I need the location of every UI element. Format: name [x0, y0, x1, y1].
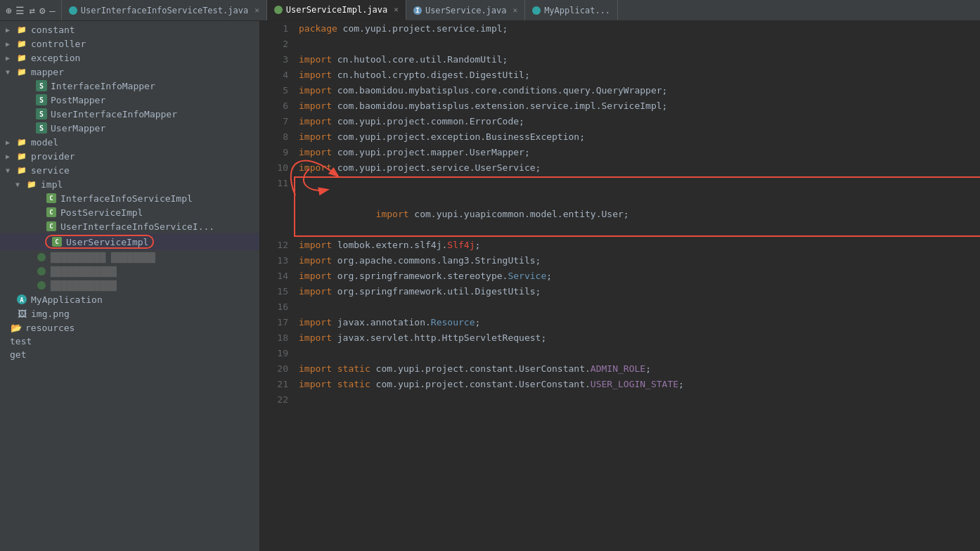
code-line-7: 7 import com.yupi.project.common.ErrorCo…: [260, 114, 980, 129]
item-label: get: [10, 349, 26, 360]
sidebar-item-provider[interactable]: ▶ 📁 provider: [0, 149, 259, 163]
line-content[interactable]: import com.baomidou.mybatisplus.extensio…: [295, 98, 980, 114]
line-number: 3: [260, 52, 295, 67]
line-number: 4: [260, 67, 295, 83]
sidebar-item-UserInterfaceInfoMapper[interactable]: S UserInterfaceInfoMapper: [0, 107, 259, 121]
settings-icon[interactable]: ⚙: [39, 5, 45, 16]
line-number: 17: [260, 315, 295, 330]
line-content[interactable]: import com.yupi.project.common.ErrorCode…: [295, 114, 980, 129]
line-number: 19: [260, 346, 295, 361]
item-label: UserServiceImpl: [66, 237, 148, 247]
sidebar-item-controller[interactable]: ▶ 📁 controller: [0, 37, 259, 51]
code-line-2: 2: [260, 37, 980, 52]
sidebar-item-UserInterfaceInfoServiceI[interactable]: C UserInterfaceInfoServiceI...: [0, 219, 259, 233]
code-line-3: 3 import cn.hutool.core.util.RandomUtil;: [260, 52, 980, 67]
tab-test-close[interactable]: ✕: [254, 6, 259, 15]
class-c-icon: C: [45, 207, 58, 218]
code-line-19: 19: [260, 346, 980, 361]
sidebar-item-InterfaceInfoServiceImpl[interactable]: C InterfaceInfoServiceImpl: [0, 191, 259, 205]
tab-service-close[interactable]: ✕: [513, 6, 518, 15]
list-icon[interactable]: ☰: [15, 5, 25, 16]
sidebar-item-constant[interactable]: ▶ 📁 constant: [0, 22, 259, 37]
tab-service[interactable]: I UserService.java ✕: [406, 0, 525, 20]
code-line-16: 16: [260, 299, 980, 315]
img-icon: 🖼: [15, 308, 28, 319]
green-dot-icon: [35, 266, 48, 277]
line-content[interactable]: import javax.servlet.http.HttpServletReq…: [295, 330, 980, 346]
code-line-8: 8 import com.yupi.project.exception.Busi…: [260, 129, 980, 145]
line-number: 14: [260, 268, 295, 284]
line-content[interactable]: import org.springframework.stereotype.Se…: [295, 268, 980, 284]
tabs: UserInterfaceInfoServiceTest.java ✕ User…: [62, 0, 980, 20]
tab-app[interactable]: MyApplicat...: [525, 0, 618, 20]
sidebar-item-exception[interactable]: ▶ 📁 exception: [0, 51, 259, 65]
split-icon[interactable]: ⇄: [29, 5, 34, 16]
tab-impl[interactable]: UserServiceImpl.java ✕: [267, 0, 406, 20]
line-content[interactable]: [295, 37, 980, 52]
tab-test-label: UserInterfaceInfoServiceTest.java: [81, 6, 248, 15]
sidebar-item-resources[interactable]: 📂 resources: [0, 320, 259, 335]
expand-icon[interactable]: ⊕: [6, 5, 11, 16]
sidebar-item-service[interactable]: ▼ 📁 service: [0, 163, 259, 177]
item-label: UserInterfaceInfoMapper: [51, 109, 177, 119]
toolbar-icons: ⊕ ☰ ⇄ ⚙ —: [0, 0, 62, 20]
sidebar-item-PostServiceImpl[interactable]: C PostServiceImpl: [0, 205, 259, 219]
line-content[interactable]: import cn.hutool.core.util.RandomUtil;: [295, 52, 980, 67]
line-content[interactable]: import lombok.extern.slf4j.Slf4j;: [295, 238, 980, 253]
code-editor[interactable]: 1 package com.yupi.project.service.impl;…: [260, 21, 980, 551]
line-number: 21: [260, 377, 295, 392]
class-icon: S: [35, 80, 48, 91]
resources-icon: 📂: [10, 322, 22, 333]
code-line-5: 5 import com.baomidou.mybatisplus.core.c…: [260, 83, 980, 98]
tab-impl-close[interactable]: ✕: [394, 5, 399, 14]
line-number: 16: [260, 299, 295, 315]
sidebar-item-img[interactable]: 🖼 img.png: [0, 306, 259, 320]
sidebar-item-impl[interactable]: ▼ 📁 impl: [0, 177, 259, 191]
item-label: controller: [31, 39, 86, 49]
item-label: InterfaceInfoServiceImpl: [60, 193, 193, 204]
sidebar-item-InterfaceInfoMapper[interactable]: S InterfaceInfoMapper: [0, 79, 259, 93]
item-label: UserInterfaceInfoServiceI...: [60, 221, 214, 232]
sidebar-item-mapper[interactable]: ▼ 📁 mapper: [0, 65, 259, 79]
line-content[interactable]: import static com.yupi.project.constant.…: [295, 361, 980, 377]
sidebar-item-model[interactable]: ▶ 📁 model: [0, 135, 259, 149]
sidebar-item-UserMapper[interactable]: S UserMapper: [0, 121, 259, 135]
item-label: InterfaceInfoMapper: [51, 81, 155, 91]
line-content[interactable]: import org.springframework.util.DigestUt…: [295, 284, 980, 299]
class-icon: S: [35, 122, 48, 134]
class-c-icon: C: [45, 193, 58, 204]
green-dot-icon: [35, 252, 48, 263]
item-label: ██████████ ████████: [51, 252, 155, 263]
code-line-11: 11 import com.yupi.yuapicommon.model.ent…: [260, 176, 980, 238]
tab-test[interactable]: UserInterfaceInfoServiceTest.java ✕: [62, 0, 267, 20]
line-content[interactable]: import com.yupi.project.mapper.UserMappe…: [295, 145, 980, 160]
item-label: resources: [25, 323, 75, 333]
line-content[interactable]: import com.baomidou.mybatisplus.core.con…: [295, 83, 980, 98]
line-content[interactable]: [295, 392, 980, 408]
line-content[interactable]: [295, 299, 980, 315]
sidebar-item-MyApplication[interactable]: A MyApplication: [0, 292, 259, 306]
line-content[interactable]: import static com.yupi.project.constant.…: [295, 377, 980, 392]
code-line-20: 20 import static com.yupi.project.consta…: [260, 361, 980, 377]
minimize-icon[interactable]: —: [49, 5, 55, 16]
sidebar-item-service3[interactable]: ████████████: [0, 278, 259, 292]
line-number: 1: [260, 21, 295, 37]
line-content[interactable]: import org.apache.commons.lang3.StringUt…: [295, 253, 980, 268]
line-content[interactable]: import com.yupi.project.service.UserServ…: [295, 160, 980, 176]
line-content[interactable]: import com.yupi.yuapicommon.model.entity…: [295, 176, 980, 238]
line-content[interactable]: import javax.annotation.Resource;: [295, 315, 980, 330]
line-content[interactable]: [295, 346, 980, 361]
sidebar-item-UserServiceImpl[interactable]: C UserServiceImpl: [0, 233, 259, 250]
item-label: model: [31, 137, 58, 148]
sidebar-item-target[interactable]: get: [0, 348, 259, 361]
item-label: mapper: [31, 67, 64, 77]
item-label: impl: [41, 179, 63, 190]
line-number: 20: [260, 361, 295, 377]
line-content[interactable]: import cn.hutool.crypto.digest.DigestUti…: [295, 67, 980, 83]
sidebar-item-PostMapper[interactable]: S PostMapper: [0, 93, 259, 107]
sidebar-item-service2[interactable]: ████████████: [0, 264, 259, 278]
sidebar-item-service1[interactable]: ██████████ ████████: [0, 250, 259, 264]
line-content[interactable]: package com.yupi.project.service.impl;: [295, 21, 980, 37]
sidebar-item-test[interactable]: test: [0, 335, 259, 348]
line-content[interactable]: import com.yupi.project.exception.Busine…: [295, 129, 980, 145]
